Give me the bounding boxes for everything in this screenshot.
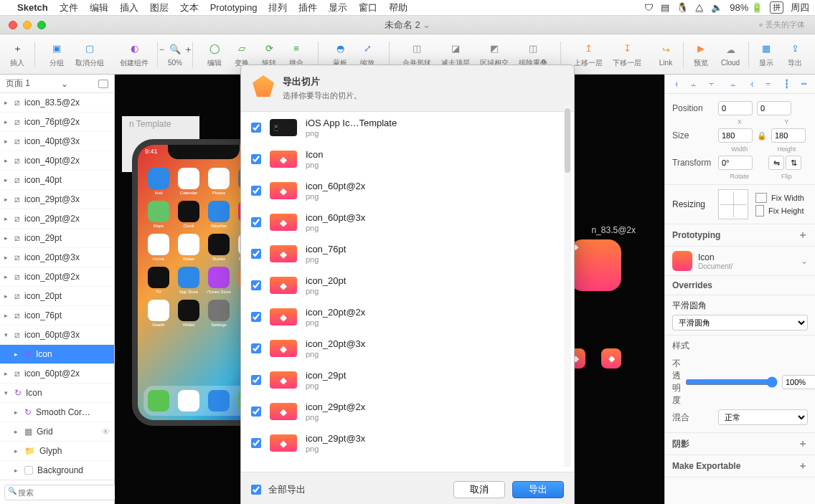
- export-item-row[interactable]: ◆ icon_20pt@3xpng: [241, 333, 574, 364]
- export-item-row[interactable]: ◆ icon_60pt@2xpng: [241, 175, 574, 206]
- export-dialog: 导出切片 选择你要导出的切片。 📱 iOS App Ic…Templatepng…: [240, 65, 575, 504]
- tb-rotate[interactable]: ⟳旋转: [256, 41, 282, 68]
- menu-text[interactable]: 文本: [180, 1, 199, 14]
- export-item-checkbox[interactable]: [251, 406, 261, 417]
- tb-export[interactable]: ⇪导出: [782, 41, 808, 68]
- exclude-icon: ◫: [524, 41, 542, 57]
- status-battery[interactable]: 98% 🔋: [730, 2, 763, 13]
- plus-icon: ＋: [9, 41, 26, 57]
- tb-cloud[interactable]: ☁Cloud: [717, 42, 744, 67]
- export-thumb-icon: ◆: [270, 403, 297, 420]
- export-thumb-icon: ◆: [270, 340, 297, 357]
- rotate-icon: ⟳: [260, 41, 278, 57]
- tb-group[interactable]: ▣分组: [44, 41, 70, 68]
- export-thumb-icon: ◆: [270, 434, 297, 452]
- menu-edit[interactable]: 编辑: [90, 1, 108, 14]
- window-titlebar: 未命名 2 丢失的字体: [0, 16, 815, 34]
- export-item-row[interactable]: ◆ icon_29pt@2xpng: [241, 396, 574, 427]
- status-input[interactable]: 拼: [770, 1, 783, 14]
- tb-view[interactable]: ▦显示: [753, 41, 779, 68]
- export-item-row[interactable]: ◆ icon_60pt@3xpng: [241, 206, 574, 238]
- menu-plugins[interactable]: 插件: [298, 1, 317, 14]
- export-item-row[interactable]: ◆ Iconpng: [241, 143, 574, 175]
- tb-backward[interactable]: ↧下移一层: [608, 41, 646, 68]
- export-item-checkbox[interactable]: [251, 375, 261, 385]
- menu-arrange[interactable]: 排列: [268, 1, 287, 14]
- export-list[interactable]: 📱 iOS App Ic…Templatepng ◆ Iconpng ◆ ico…: [241, 111, 574, 472]
- missing-fonts-note[interactable]: 丢失的字体: [758, 19, 815, 30]
- scrollbar-thumb[interactable]: [565, 108, 570, 173]
- export-item-row[interactable]: ◆ icon_76ptpng: [241, 238, 574, 270]
- export-item-row[interactable]: ◆ icon_29pt@3xpng: [241, 427, 574, 459]
- export-all-label: 全部导出: [268, 483, 306, 496]
- cancel-button[interactable]: 取消: [453, 481, 505, 498]
- export-item-checkbox[interactable]: [251, 438, 261, 448]
- tb-union[interactable]: ◫合并形状: [398, 41, 435, 68]
- export-item-row[interactable]: ◆ icon_29ptpng: [241, 364, 574, 396]
- subtract-icon: ◪: [447, 41, 464, 57]
- export-thumb-icon: ◆: [270, 245, 297, 262]
- tb-forward[interactable]: ↥上移一层: [570, 41, 607, 68]
- status-shield-icon[interactable]: 🛡: [644, 2, 654, 13]
- tb-subtract[interactable]: ◪减去顶层: [437, 41, 474, 68]
- minimize-window-button[interactable]: [23, 21, 32, 29]
- macos-menubar: Sketch 文件 编辑 插入 图层 文本 Prototyping 排列 插件 …: [0, 0, 815, 16]
- app-name[interactable]: Sketch: [17, 2, 48, 13]
- tb-create-symbol[interactable]: ◐创建组件: [116, 41, 153, 68]
- export-item-checkbox[interactable]: [251, 123, 261, 133]
- status-clock[interactable]: 周四: [791, 1, 809, 14]
- export-item-checkbox[interactable]: [251, 154, 261, 164]
- menu-prototyping[interactable]: Prototyping: [210, 2, 258, 13]
- document-title[interactable]: 未命名 2: [385, 19, 430, 32]
- transform-icon: ▱: [233, 41, 250, 57]
- export-item-checkbox[interactable]: [251, 312, 261, 322]
- export-item-checkbox[interactable]: [251, 249, 261, 259]
- union-icon: ◫: [408, 41, 425, 57]
- export-button[interactable]: 导出: [512, 481, 564, 498]
- export-thumb-icon: ◆: [270, 214, 297, 231]
- tb-link[interactable]: ↪Link: [653, 42, 679, 67]
- tb-insert[interactable]: ＋ 插入: [4, 41, 30, 68]
- mask-icon: ◓: [331, 41, 349, 57]
- menu-insert[interactable]: 插入: [120, 1, 138, 14]
- menu-help[interactable]: 帮助: [389, 1, 408, 14]
- status-volume-icon[interactable]: 🔈: [711, 2, 722, 13]
- status-wifi-icon[interactable]: ⧋: [695, 2, 704, 14]
- tb-preview[interactable]: ▶预览: [688, 41, 714, 68]
- export-item-row[interactable]: 📱 iOS App Ic…Templatepng: [241, 112, 574, 143]
- export-item-checkbox[interactable]: [251, 217, 261, 227]
- tb-ungroup[interactable]: ▢取消分组: [71, 41, 108, 68]
- group-icon: ▣: [48, 41, 65, 57]
- symbol-icon: ◐: [126, 41, 143, 57]
- export-item-checkbox[interactable]: [251, 343, 261, 353]
- dialog-title: 导出切片: [283, 75, 362, 88]
- edit-icon: ◯: [206, 41, 223, 57]
- export-item-checkbox[interactable]: [251, 280, 261, 290]
- status-qq-icon[interactable]: 🐧: [677, 2, 688, 13]
- menu-window[interactable]: 窗口: [359, 1, 377, 14]
- export-all-checkbox[interactable]: [251, 485, 261, 495]
- export-item-row[interactable]: ◆ icon_20ptpng: [241, 270, 574, 301]
- export-item-checkbox[interactable]: [251, 186, 261, 196]
- menu-view[interactable]: 显示: [329, 1, 347, 14]
- tb-edit[interactable]: ◯编辑: [202, 41, 227, 68]
- export-thumb-icon: ◆: [270, 182, 297, 199]
- close-window-button[interactable]: [9, 21, 17, 29]
- zoom-window-button[interactable]: [37, 21, 46, 29]
- tb-intersect[interactable]: ◩区域相交: [476, 41, 513, 68]
- tb-transform[interactable]: ▱变换: [229, 41, 255, 68]
- tb-merge[interactable]: ≡拼合: [283, 41, 309, 68]
- play-icon: ▶: [692, 41, 710, 57]
- status-tray-icon[interactable]: ▤: [661, 2, 669, 13]
- export-item-row[interactable]: ◆ icon_20pt@2xpng: [241, 301, 574, 333]
- export-thumb-icon: ◆: [270, 371, 297, 389]
- menu-layer[interactable]: 图层: [150, 1, 169, 14]
- tb-exclude[interactable]: ◫排除重叠: [514, 41, 552, 68]
- tb-scale[interactable]: ⤢缩放: [354, 41, 380, 68]
- cloud-icon: ☁: [722, 42, 739, 57]
- export-thumb-icon: ◆: [270, 308, 297, 325]
- tb-mask[interactable]: ◓蒙板: [327, 41, 353, 68]
- tb-zoom[interactable]: － 🔍 ＋ 50%: [162, 42, 188, 67]
- menu-file[interactable]: 文件: [60, 1, 78, 14]
- flatten-icon: ≡: [288, 41, 305, 57]
